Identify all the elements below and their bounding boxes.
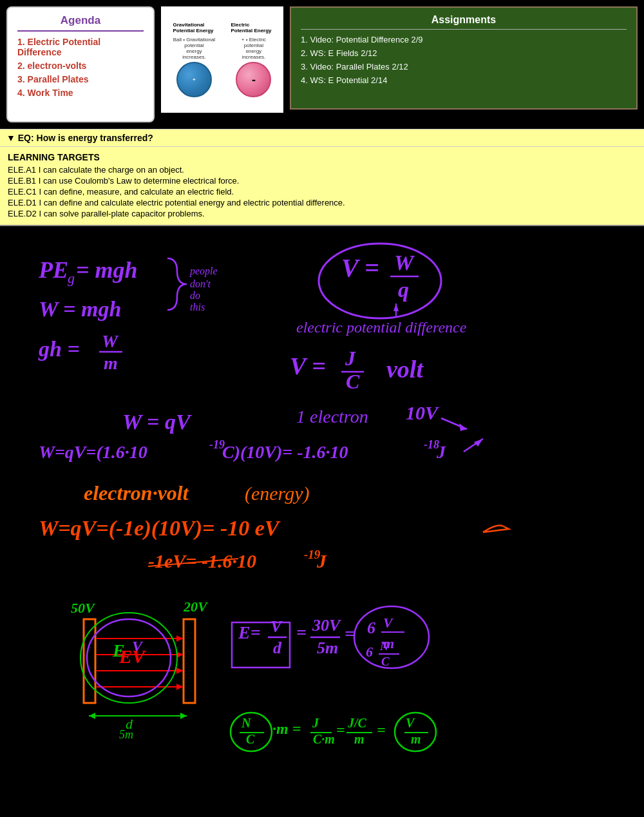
agenda-item-4: 4. Work Time	[17, 88, 144, 98]
lt-item-5: ELE.D2 I can solve parallel-plate capaci…	[8, 209, 636, 218]
svg-text:m: m	[354, 732, 365, 746]
svg-text:J: J	[436, 442, 446, 462]
lt-item-2: ELE.B1 I can use Coulomb's Law to determ…	[8, 176, 636, 186]
svg-marker-50	[176, 668, 183, 674]
svg-text:J: J	[345, 347, 356, 370]
svg-text:W = mgh: W = mgh	[39, 297, 121, 321]
svg-text:people: people	[189, 265, 218, 277]
svg-text:=: =	[377, 722, 386, 738]
svg-text:·m =: ·m =	[272, 720, 301, 737]
svg-text:6: 6	[366, 644, 373, 660]
svg-text:6: 6	[367, 619, 375, 637]
svg-text:-1eV= -1.6·10: -1eV= -1.6·10	[148, 550, 256, 572]
agenda-box: Agenda 1. Electric Potential Difference …	[6, 6, 155, 122]
svg-text:PE: PE	[38, 257, 68, 283]
assignments-title: Assignments	[301, 14, 627, 30]
svg-text:C: C	[346, 370, 360, 393]
svg-text:20V: 20V	[183, 599, 209, 615]
svg-text:C)(10V)= -1.6·10: C)(10V)= -1.6·10	[222, 442, 348, 462]
svg-text:30V: 30V	[312, 616, 342, 635]
svg-text:C: C	[246, 732, 255, 746]
svg-text:W=qV=(1.6·10: W=qV=(1.6·10	[39, 442, 147, 462]
eq-label: ▼ EQ: How is energy transferred?	[6, 133, 153, 143]
svg-text:g: g	[68, 270, 75, 286]
svg-text:q: q	[398, 278, 409, 302]
agenda-item-3: 3. Parallel Plates	[17, 74, 144, 84]
svg-text:volt: volt	[386, 356, 424, 383]
svg-text:W: W	[394, 251, 415, 274]
svg-text:50V: 50V	[71, 600, 96, 616]
blackboard-svg: PE g = mgh people don't do this W = mgh …	[19, 239, 625, 817]
learning-targets: LEARNING TARGETS ELE.A1 I can calculate …	[0, 147, 644, 226]
svg-text:=: =	[296, 622, 307, 642]
svg-marker-27	[459, 423, 467, 431]
svg-text:this: this	[190, 302, 205, 312]
center-diagram: GravitationalPotential Energy ElectricPo…	[161, 6, 283, 113]
svg-marker-18	[393, 303, 399, 311]
svg-marker-46	[176, 635, 183, 642]
lt-title: LEARNING TARGETS	[8, 152, 636, 162]
svg-text:V =: V =	[341, 253, 379, 282]
assignment-item-4: 4. WS: E Potential 2/14	[301, 75, 627, 85]
agenda-title: Agenda	[17, 14, 144, 32]
svg-text:1 electron: 1 electron	[296, 407, 368, 427]
svg-text:= mgh: = mgh	[76, 257, 138, 283]
svg-point-12	[319, 244, 441, 318]
svg-text:5m: 5m	[317, 639, 338, 657]
agenda-list: 1. Electric Potential Difference 2. elec…	[17, 37, 144, 98]
svg-text:5m: 5m	[119, 728, 133, 741]
svg-text:=: =	[345, 624, 355, 644]
svg-text:N: N	[241, 716, 252, 730]
svg-text:W = qV: W = qV	[122, 410, 192, 434]
svg-text:don't: don't	[190, 278, 211, 289]
svg-rect-44	[184, 619, 195, 703]
svg-text:W=qV=(-1e)(10V)= -10 eV: W=qV=(-1e)(10V)= -10 eV	[39, 516, 281, 541]
svg-text:V: V	[406, 716, 415, 730]
svg-text:N: N	[379, 639, 390, 653]
lt-item-1: ELE.A1 I can calculate the charge on an …	[8, 165, 636, 175]
svg-text:=: =	[336, 722, 345, 738]
svg-text:J/C: J/C	[347, 716, 367, 730]
assignment-item-1: 1. Video: Potential Difference 2/9	[301, 35, 627, 44]
svg-text:E=: E=	[238, 622, 261, 642]
svg-text:(energy): (energy)	[245, 483, 310, 505]
eq-bar: ▼ EQ: How is energy transferred?	[0, 129, 644, 147]
svg-text:V: V	[383, 615, 394, 631]
svg-marker-52	[176, 684, 183, 690]
svg-text:J: J	[312, 716, 319, 730]
svg-text:10V: 10V	[406, 402, 440, 423]
svg-text:EV: EV	[118, 646, 147, 667]
assignment-item-2: 2. WS: E Fields 2/12	[301, 48, 627, 58]
svg-text:electric potential difference: electric potential difference	[296, 319, 467, 336]
svg-text:C·m: C·m	[313, 732, 335, 746]
svg-text:W: W	[102, 331, 119, 351]
svg-text:m: m	[411, 732, 421, 746]
svg-marker-33	[474, 439, 483, 447]
assignment-item-3: 3. Video: Parallel Plates 2/12	[301, 62, 627, 72]
lt-item-4: ELE.D1 I can define and calculate electr…	[8, 198, 636, 207]
svg-text:J: J	[316, 550, 327, 572]
svg-text:V =: V =	[290, 352, 326, 380]
agenda-item-2: 2. electron-volts	[17, 61, 144, 71]
svg-text:d: d	[273, 639, 282, 657]
agenda-item-1: 1. Electric Potential Difference	[17, 37, 144, 57]
svg-text:V: V	[270, 617, 283, 636]
lt-item-3: ELE.C1 I can define, measure, and calcul…	[8, 187, 636, 197]
svg-marker-60	[180, 713, 187, 719]
svg-text:C: C	[381, 655, 390, 668]
svg-text:do: do	[190, 290, 200, 301]
assignments-list: 1. Video: Potential Difference 2/9 2. WS…	[301, 35, 627, 85]
assignments-box: Assignments 1. Video: Potential Differen…	[290, 6, 638, 110]
svg-marker-59	[89, 713, 95, 719]
svg-text:electron·volt: electron·volt	[84, 481, 189, 505]
svg-text:gh =: gh =	[38, 337, 80, 361]
main-content: PE g = mgh people don't do this W = mgh …	[0, 226, 644, 817]
svg-text:m: m	[104, 353, 118, 373]
